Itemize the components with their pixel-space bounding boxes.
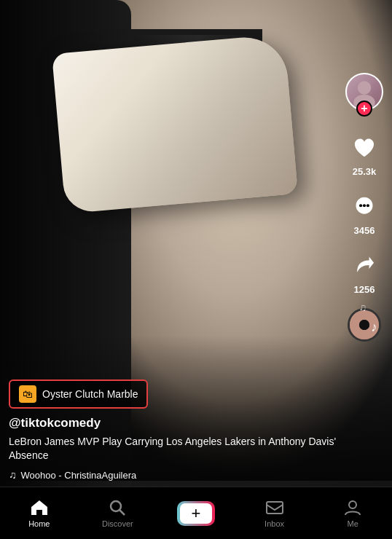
music-note-icon: ♫: [9, 469, 17, 481]
add-icon: +: [180, 503, 212, 524]
search-icon: [108, 498, 127, 517]
music-note-decoration-2: ♫: [359, 302, 367, 313]
shopping-bag-icon: 🛍: [19, 385, 36, 403]
home-label: Home: [28, 519, 50, 528]
comment-count: 3456: [354, 225, 375, 236]
svg-point-0: [358, 81, 371, 94]
add-button[interactable]: +: [177, 501, 215, 526]
share-count: 1256: [354, 284, 375, 295]
profile-icon: [343, 498, 362, 517]
discover-label: Discover: [102, 519, 133, 528]
svg-point-3: [359, 204, 362, 207]
like-count: 25.3k: [353, 166, 377, 177]
share-action[interactable]: 1256: [348, 249, 380, 295]
nav-add[interactable]: +: [174, 501, 218, 526]
shopping-tag[interactable]: 🛍 Oyster Clutch Marble: [9, 379, 148, 409]
creator-username[interactable]: @tiktokcomedy: [9, 416, 341, 430]
home-icon: [30, 498, 49, 517]
svg-point-7: [359, 320, 369, 330]
shopping-tag-label: Oyster Clutch Marble: [42, 388, 138, 400]
me-label: Me: [348, 519, 358, 528]
nav-inbox[interactable]: Inbox: [253, 498, 297, 528]
bottom-info: 🛍 Oyster Clutch Marble @tiktokcomedy LeB…: [9, 379, 341, 481]
bag-shape: [52, 34, 298, 213]
share-icon: [348, 249, 380, 281]
like-action[interactable]: 25.3k: [348, 131, 380, 177]
follow-button[interactable]: +: [356, 101, 372, 117]
svg-rect-11: [267, 502, 283, 514]
comment-action[interactable]: 3456: [348, 190, 380, 236]
nav-home[interactable]: Home: [17, 498, 61, 528]
music-note-decoration: ♪: [371, 320, 377, 335]
nav-discover[interactable]: Discover: [95, 498, 139, 528]
svg-point-9: [111, 501, 121, 511]
video-description: LeBron James MVP Play Carrying Los Angel…: [9, 435, 341, 463]
inbox-icon: [265, 498, 284, 517]
svg-point-5: [366, 204, 369, 207]
nav-me[interactable]: Me: [331, 498, 375, 528]
like-icon: [348, 131, 380, 163]
bottom-navigation: Home Discover + Inbox: [0, 487, 392, 539]
svg-point-12: [349, 501, 356, 508]
creator-avatar[interactable]: +: [345, 73, 383, 111]
music-info: ♫ Woohoo - ChristinaAguilera: [9, 469, 341, 481]
music-title: Woohoo - ChristinaAguilera: [21, 470, 137, 481]
inbox-label: Inbox: [264, 519, 284, 528]
comment-icon: [348, 190, 380, 222]
svg-point-8: [362, 323, 366, 327]
svg-point-4: [363, 204, 366, 207]
svg-line-10: [119, 510, 125, 515]
